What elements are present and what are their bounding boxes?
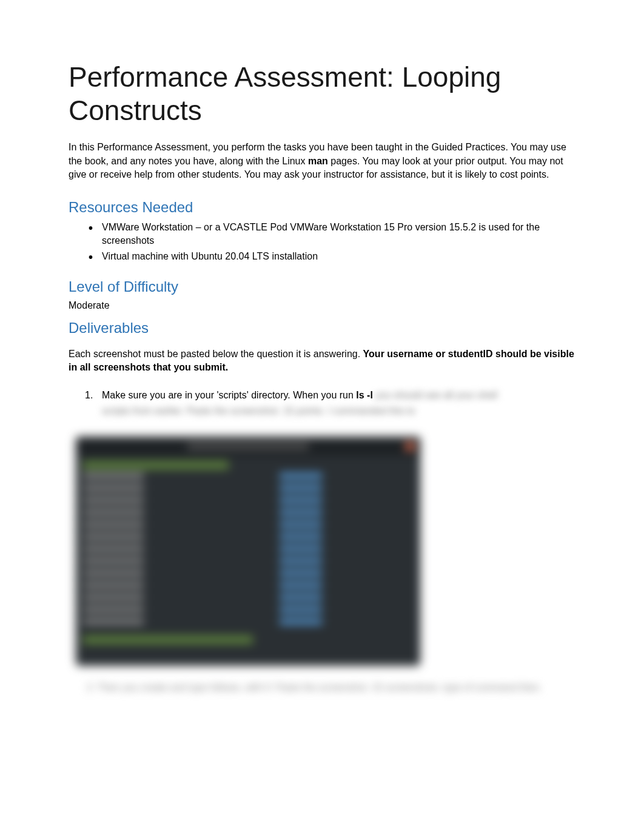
table-row xyxy=(83,485,413,496)
table-row xyxy=(83,582,413,593)
resources-heading: Resources Needed xyxy=(69,199,575,216)
difficulty-value: Moderate xyxy=(69,300,575,311)
table-row xyxy=(83,619,413,629)
question-1-blurred-inline: you should see all your shell xyxy=(375,390,497,400)
deliverables-intro-text: Each screenshot must be pasted below the… xyxy=(69,349,363,359)
table-row xyxy=(83,570,413,581)
table-row xyxy=(83,546,413,557)
table-row xyxy=(83,558,413,569)
question-2-blurred: 2. Then you create and type follows, wit… xyxy=(87,680,575,695)
table-row xyxy=(83,521,413,532)
terminal-body xyxy=(76,456,420,649)
intro-paragraph: In this Performance Assessment, you perf… xyxy=(69,141,575,181)
questions-list: 1. Make sure you are in your 'scripts' d… xyxy=(69,388,575,418)
resources-list: VMWare Workstation – or a VCASTLE Pod VM… xyxy=(69,221,575,264)
table-row xyxy=(83,497,413,508)
question-1-number: 1. xyxy=(85,388,93,403)
terminal-prompt xyxy=(83,461,229,469)
question-1-code: ls -l xyxy=(356,390,373,400)
table-row xyxy=(83,594,413,605)
table-row xyxy=(83,473,413,484)
table-row xyxy=(83,606,413,617)
terminal-title xyxy=(187,443,309,449)
page-title: Performance Assessment: Looping Construc… xyxy=(69,61,575,127)
table-row xyxy=(83,534,413,545)
close-icon xyxy=(406,442,414,451)
question-1: 1. Make sure you are in your 'scripts' d… xyxy=(102,388,575,418)
question-1-blurred-line2: scripts from earlier. Paste the screensh… xyxy=(102,404,575,418)
resource-item-vm: Virtual machine with Ubuntu 20.04 LTS in… xyxy=(102,250,575,263)
terminal-titlebar xyxy=(76,437,420,456)
deliverables-heading: Deliverables xyxy=(69,320,575,337)
resource-item-vmware: VMWare Workstation – or a VCASTLE Pod VM… xyxy=(102,221,575,248)
terminal-prompt-bottom xyxy=(83,635,253,644)
terminal-screenshot-blurred xyxy=(76,437,420,666)
table-row xyxy=(83,509,413,520)
intro-bold-man: man xyxy=(308,156,328,166)
deliverables-intro: Each screenshot must be pasted below the… xyxy=(69,347,575,375)
question-1-text: Make sure you are in your 'scripts' dire… xyxy=(102,390,356,400)
difficulty-heading: Level of Difficulty xyxy=(69,278,575,295)
